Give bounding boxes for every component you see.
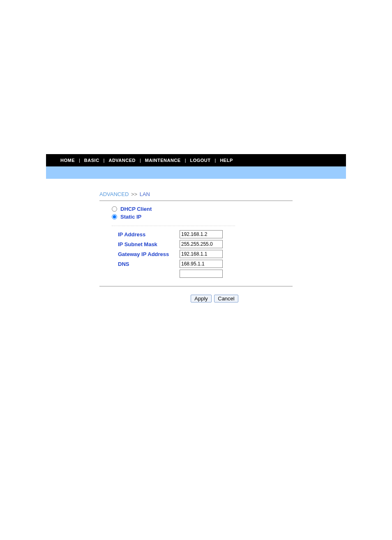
dotted-divider bbox=[112, 226, 235, 226]
subnet-input[interactable] bbox=[180, 240, 223, 248]
dns2-row bbox=[118, 270, 293, 278]
gateway-input[interactable] bbox=[180, 250, 223, 258]
dhcp-radio-row: DHCP Client bbox=[112, 206, 293, 212]
subnet-row: IP Subnet Mask bbox=[118, 240, 293, 248]
action-buttons: Apply Cancel bbox=[99, 295, 293, 302]
cancel-button[interactable]: Cancel bbox=[214, 295, 238, 302]
nav-basic[interactable]: BASIC bbox=[84, 158, 99, 163]
static-radio-label: Static IP bbox=[120, 214, 141, 220]
ip-address-row: IP Address bbox=[118, 230, 293, 238]
nav-separator: | bbox=[79, 158, 80, 163]
dns-label: DNS bbox=[118, 261, 180, 267]
static-ip-form: IP Address IP Subnet Mask Gateway IP Add… bbox=[99, 230, 293, 278]
breadcrumb-section: ADVANCED bbox=[99, 191, 129, 197]
nav-separator: | bbox=[215, 158, 216, 163]
divider-bottom bbox=[99, 286, 293, 286]
dns2-input[interactable] bbox=[180, 270, 223, 278]
connection-type-radio-group: DHCP Client Static IP bbox=[99, 206, 293, 220]
nav-help[interactable]: HELP bbox=[220, 158, 233, 163]
nav-separator: | bbox=[140, 158, 141, 163]
breadcrumb: ADVANCED >> LAN bbox=[99, 191, 293, 197]
gateway-row: Gateway IP Address bbox=[118, 250, 293, 258]
dns-row: DNS bbox=[118, 260, 293, 268]
main-nav-bar: HOME | BASIC | ADVANCED | MAINTENANCE | … bbox=[46, 154, 346, 166]
sub-nav-bar bbox=[46, 166, 346, 179]
ip-address-input[interactable] bbox=[180, 230, 223, 238]
ip-address-label: IP Address bbox=[118, 231, 180, 238]
nav-separator: | bbox=[104, 158, 105, 163]
content-area: ADVANCED >> LAN DHCP Client Static IP IP… bbox=[46, 179, 346, 315]
nav-advanced[interactable]: ADVANCED bbox=[108, 158, 136, 163]
nav-separator: | bbox=[185, 158, 186, 163]
nav-logout[interactable]: LOGOUT bbox=[190, 158, 210, 163]
dhcp-radio-label: DHCP Client bbox=[120, 206, 152, 212]
divider-top bbox=[99, 201, 293, 201]
static-radio-row: Static IP bbox=[112, 214, 293, 220]
dns-input[interactable] bbox=[180, 260, 223, 268]
breadcrumb-current: LAN bbox=[140, 191, 150, 197]
nav-maintenance[interactable]: MAINTENANCE bbox=[145, 158, 181, 163]
subnet-label: IP Subnet Mask bbox=[118, 241, 180, 247]
dhcp-radio[interactable] bbox=[112, 206, 117, 212]
breadcrumb-arrow-icon: >> bbox=[131, 191, 137, 197]
gateway-label: Gateway IP Address bbox=[118, 251, 180, 257]
nav-home[interactable]: HOME bbox=[60, 158, 75, 163]
apply-button[interactable]: Apply bbox=[191, 295, 212, 302]
static-radio[interactable] bbox=[112, 214, 117, 219]
